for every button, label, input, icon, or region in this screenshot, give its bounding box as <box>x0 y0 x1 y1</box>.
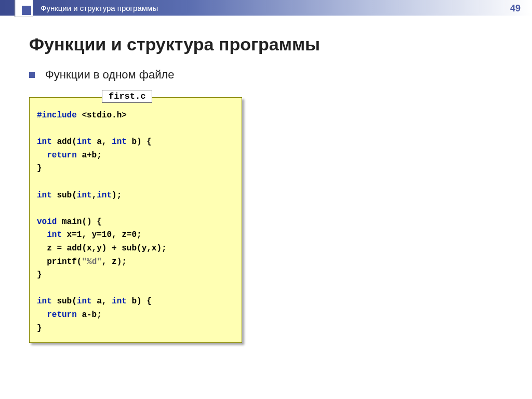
code-token: a, <box>92 137 112 147</box>
code-token: int <box>112 137 127 147</box>
code-token: sub( <box>52 297 77 306</box>
code-token: int <box>77 297 92 306</box>
code-box: #include <stdio.h> int add(int a, int b)… <box>29 97 242 343</box>
code-token: b) { <box>127 297 152 306</box>
code-token: a+b; <box>77 151 102 160</box>
code-token: int <box>77 137 92 147</box>
code-token: a-b; <box>77 310 102 320</box>
code-token: } <box>37 324 42 333</box>
code-token: #include <box>37 111 77 120</box>
code-token: "%d" <box>82 257 101 267</box>
code-token: } <box>37 164 42 173</box>
bullet-text: Функции в одном файле <box>45 68 175 82</box>
code-token: int <box>37 137 52 147</box>
code-token: printf( <box>37 257 82 267</box>
code-token: ); <box>112 191 122 200</box>
code-token: a, <box>92 297 112 306</box>
code-token: int <box>112 297 127 306</box>
code-token: int <box>77 191 92 200</box>
code-token: z = add(x,y) + sub(y,x); <box>37 244 167 253</box>
code-token: void <box>37 217 57 227</box>
slide-content: Функции и структура программы Функции в … <box>0 16 532 343</box>
code-token: int <box>37 230 62 240</box>
page-number: 49 <box>510 3 521 14</box>
slide-header: Функции и структура программы 49 <box>0 0 532 16</box>
code-token: } <box>37 270 42 280</box>
code-token: sub( <box>52 191 77 200</box>
code-token: x=1, y=10, z=0; <box>62 230 142 240</box>
code-filename-tab: first.c <box>102 90 152 103</box>
code-token: , z); <box>102 257 127 267</box>
code-token: <stdio.h> <box>77 111 127 120</box>
code-token: int <box>97 191 112 200</box>
code-token: return <box>37 151 77 160</box>
code-token: return <box>37 310 77 320</box>
code-block-wrap: first.c #include <stdio.h> int add(int a… <box>29 97 242 343</box>
code-token: b) { <box>127 137 152 147</box>
code-token: int <box>37 191 52 200</box>
code-token: main() { <box>57 217 101 227</box>
bullet-icon <box>29 72 35 78</box>
page-title: Функции и структура программы <box>29 34 503 55</box>
breadcrumb: Функции и структура программы <box>41 4 158 12</box>
bullet-row: Функции в одном файле <box>29 68 503 82</box>
header-decor-inner <box>22 6 31 15</box>
code-token: , <box>92 191 97 200</box>
code-token: add( <box>52 137 77 147</box>
code-token: int <box>37 297 52 306</box>
